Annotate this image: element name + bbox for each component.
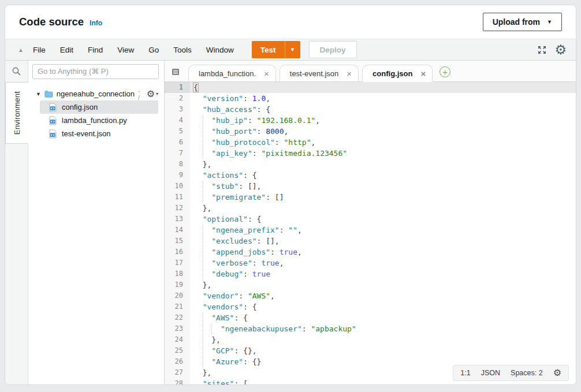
line-number: 2 [165,93,190,104]
menu-item-window[interactable]: Window [206,46,234,54]
info-link[interactable]: Info [90,19,102,27]
tab-label: test-event.json [290,69,339,78]
test-button-group: Test ▼ [252,41,300,58]
code-line[interactable]: 6 "hub_protocol": "http", [165,137,576,148]
code-line[interactable]: 23 "ngeneabackupuser": "apbackup" [165,323,576,334]
code-line[interactable]: 13 "optional": { [165,214,576,225]
code-line-content: }, [190,159,211,170]
code-line[interactable]: 17 "verbose": true, [165,257,576,268]
go-to-anything-input[interactable] [32,64,159,79]
upload-from-button[interactable]: Upload from ▼ [483,13,562,31]
editor-tab-bar: lambda_function.×test-event.json×config.… [165,61,576,82]
line-number: 20 [165,290,190,301]
line-number: 25 [165,345,190,356]
line-number: 1 [165,82,190,93]
file-name: test-event.json [62,129,111,138]
folder-icon [44,90,53,98]
panel-header: Code source Info Upload from ▼ [5,5,576,39]
tab-close-icon[interactable]: × [264,69,269,78]
code-line-content: }, [190,203,211,214]
code-line[interactable]: 9 "actions": { [165,170,576,181]
code-line[interactable]: 12 }, [165,203,576,214]
file-name: lambda_function.py [62,116,127,125]
code-file-icon [49,116,57,125]
tab-lambda-function[interactable]: lambda_function.× [188,65,276,82]
code-line[interactable]: 11 "premigrate": [] [165,192,576,203]
code-line[interactable]: 10 "stub": [], [165,181,576,192]
deploy-button[interactable]: Deploy [309,41,357,58]
tab-close-icon[interactable]: × [420,69,426,78]
code-line[interactable]: 8 }, [165,159,576,170]
line-number: 8 [165,159,190,170]
tree-folder-ngeneahub-connection[interactable]: ▼ ngeneahub_connection - / ⚙▾ [28,87,164,100]
editor-settings-gear-icon[interactable]: ⚙ [553,368,561,378]
indentation-setting[interactable]: Spaces: 2 [511,369,543,377]
collapse-panel-icon[interactable]: ▲ [18,47,24,53]
code-file-icon [49,129,57,139]
code-line-content: "debug": true [190,268,270,279]
tree-item-lambda-function-py[interactable]: lambda_function.py [40,114,158,127]
code-line-content: }, [190,334,221,345]
menu-item-go[interactable]: Go [148,46,159,54]
menu-item-find[interactable]: Find [88,46,103,54]
code-editor-pane: lambda_function.×test-event.json×config.… [164,61,576,384]
code-line[interactable]: 16 "append_jobs": true, [165,247,576,257]
code-line[interactable]: 18 "debug": true [165,268,576,279]
code-line-content: "Azure": {} [190,356,261,367]
cursor-position[interactable]: 1:1 [460,369,470,377]
code-line[interactable]: 4 "hub_ip": "192.168.0.1", [165,115,576,126]
editor-status-bar: 1:1 JSON Spaces: 2 ⚙ [453,365,569,381]
fullscreen-icon[interactable] [537,45,547,55]
menu-item-file[interactable]: File [33,46,46,54]
code-line-content: "hub_protocol": "http", [190,137,315,148]
folder-expand-icon[interactable]: ▼ [36,91,41,97]
test-dropdown-button[interactable]: ▼ [285,41,300,58]
tab-test-event-json[interactable]: test-event.json× [280,65,359,82]
code-source-panel: Code source Info Upload from ▼ ▲ FileEdi… [5,5,576,385]
line-number: 26 [165,356,190,367]
settings-gear-icon[interactable]: ⚙ [554,43,567,57]
line-number: 23 [165,323,190,334]
tab-list-icon[interactable] [172,68,180,76]
menu-item-edit[interactable]: Edit [60,46,73,54]
search-icon[interactable] [5,61,28,82]
code-editor[interactable]: 1{2 "version": 1.0,3 "hub_access": {4 "h… [165,82,576,384]
editor-body: Environment ▼ ngeneahub_connection - / ⚙… [5,61,576,384]
environment-tab[interactable]: Environment [5,82,28,144]
code-line-content: }, [190,279,211,290]
code-line[interactable]: 15 "excludes": [], [165,236,576,247]
code-line[interactable]: 7 "api_key": "pixitmedia.123456" [165,148,576,159]
folder-settings-gear-icon[interactable]: ⚙▾ [147,89,158,99]
tree-item-test-event-json[interactable]: test-event.json [40,127,158,140]
code-file-icon [49,103,57,112]
upload-from-label: Upload from [493,17,540,27]
new-tab-button[interactable]: + [440,66,450,77]
code-line[interactable]: 5 "hub_port": 8000, [165,126,576,137]
code-line[interactable]: 14 "ngenea_prefix": "", [165,225,576,236]
line-number: 27 [165,367,190,378]
code-line[interactable]: 2 "version": 1.0, [165,93,576,104]
line-number: 4 [165,115,190,126]
code-line[interactable]: 24 }, [165,334,576,345]
tab-close-icon[interactable]: × [347,69,352,78]
tab-config-json[interactable]: config.json× [362,65,433,82]
tree-item-config-json[interactable]: config.json [40,100,158,114]
code-line-content: "append_jobs": true, [190,247,302,257]
code-line[interactable]: 19 }, [165,279,576,290]
code-line[interactable]: 20 "vendor": "AWS", [165,290,576,301]
code-line[interactable]: 25 "GCP": {}, [165,345,576,356]
code-line[interactable]: 1{ [165,82,576,93]
menu-item-tools[interactable]: Tools [173,46,192,54]
code-line[interactable]: 21 "vendors": { [165,301,576,312]
code-line-content: }, [190,367,211,378]
code-line[interactable]: 22 "AWS": { [165,312,576,323]
menu-bar: ▲ FileEditFindViewGoToolsWindow Test ▼ D… [5,39,576,61]
menu-item-view[interactable]: View [117,46,134,54]
code-line-content: "sites": [ [190,378,248,384]
line-number: 5 [165,126,190,137]
code-line-content: "ngenea_prefix": "", [190,225,302,236]
language-mode[interactable]: JSON [481,369,500,377]
line-number: 28 [165,378,190,384]
code-line[interactable]: 3 "hub_access": { [165,104,576,115]
test-button[interactable]: Test [252,41,285,58]
